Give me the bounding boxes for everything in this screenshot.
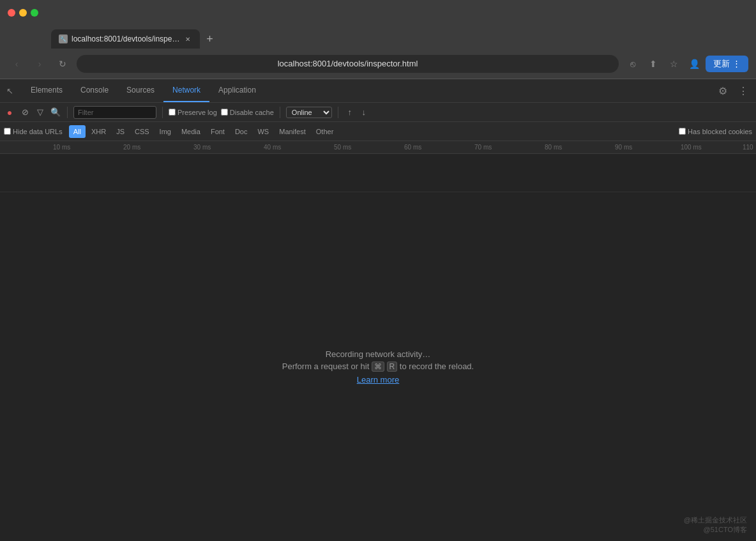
devtools-tabs: Elements Console Sources Network Applica… — [19, 79, 710, 102]
tab-console[interactable]: Console — [72, 79, 117, 102]
import-button[interactable]: ↓ — [358, 107, 370, 118]
update-button[interactable]: 更新 ⋮ — [706, 56, 748, 72]
ruler-tick-10ms: 10 ms — [53, 144, 70, 151]
ruler-tick-70ms: 70 ms — [474, 144, 492, 151]
filter-img[interactable]: Img — [155, 125, 176, 138]
filter-manifest[interactable]: Manifest — [275, 125, 310, 138]
filter-all[interactable]: All — [69, 125, 86, 138]
browser-toolbar-icons: ⎋ ⬆ ☆ 👤 更新 ⋮ — [624, 55, 748, 73]
search-button[interactable]: 🔍 — [50, 107, 61, 118]
ruler-tick-40ms: 40 ms — [264, 144, 281, 151]
forward-button[interactable]: › — [31, 55, 49, 73]
separator-3 — [280, 107, 280, 118]
ruler-tick-20ms: 20 ms — [123, 144, 140, 151]
record-button[interactable]: ● — [4, 107, 15, 118]
back-button[interactable]: ‹ — [8, 55, 26, 73]
share-icon[interactable]: ⬆ — [644, 55, 662, 73]
separator-2 — [162, 107, 163, 118]
devtools-toolbar: ● ⊘ ▽ 🔍 Preserve log Disable cache Onlin… — [0, 103, 756, 122]
devtools-pointer-icon[interactable]: ↖ — [3, 84, 17, 98]
tab-application[interactable]: Application — [209, 79, 265, 102]
recording-subtitle: Perform a request or hit ⌘ R to record t… — [282, 362, 474, 371]
traffic-lights — [8, 9, 38, 17]
tab-favicon: 🔧 — [59, 34, 68, 43]
r-key: R — [387, 362, 398, 372]
address-bar: ‹ › ↻ ⎋ ⬆ ☆ 👤 更新 ⋮ — [0, 49, 756, 79]
watermark-line1: @稀土掘金技术社区 — [684, 515, 747, 525]
block-requests-button[interactable]: ⊘ — [19, 107, 31, 118]
active-tab[interactable]: 🔧 localhost:8001/devtools/inspe… ✕ — [51, 29, 200, 49]
timeline-area — [0, 154, 756, 192]
tab-sources[interactable]: Sources — [117, 79, 163, 102]
ruler-tick-50ms: 50 ms — [334, 144, 351, 151]
bookmark-icon[interactable]: ☆ — [665, 55, 683, 73]
disable-cache-checkbox[interactable]: Disable cache — [221, 109, 274, 116]
devtools-settings-icon[interactable]: ⚙ — [714, 82, 732, 100]
filter-other[interactable]: Other — [312, 125, 338, 138]
preserve-log-checkbox[interactable]: Preserve log — [169, 109, 217, 116]
cast-icon[interactable]: ⎋ — [624, 55, 642, 73]
recording-message: Recording network activity… Perform a re… — [282, 349, 474, 385]
cmd-key: ⌘ — [372, 362, 384, 372]
import-export-buttons: ↑ ↓ — [344, 107, 370, 118]
hide-data-urls-checkbox[interactable]: Hide data URLs — [4, 128, 63, 135]
filter-input[interactable] — [73, 106, 156, 119]
address-input[interactable] — [77, 55, 619, 73]
recording-title: Recording network activity… — [282, 349, 474, 359]
subtitle-end: to record the reload. — [397, 362, 474, 371]
reload-button[interactable]: ↻ — [54, 55, 72, 73]
tab-title: localhost:8001/devtools/inspe… — [72, 34, 179, 43]
separator-4 — [338, 107, 338, 118]
separator-1 — [67, 107, 68, 118]
filter-media[interactable]: Media — [177, 125, 205, 138]
tab-network[interactable]: Network — [163, 79, 209, 102]
close-button[interactable] — [8, 9, 15, 17]
ruler-tick-30ms: 30 ms — [193, 144, 211, 151]
filter-js[interactable]: JS — [112, 125, 129, 138]
filter-xhr[interactable]: XHR — [87, 125, 110, 138]
ruler-tick-90ms: 90 ms — [615, 144, 632, 151]
filter-doc[interactable]: Doc — [231, 125, 252, 138]
watermark-line2: @51CTO博客 — [684, 525, 747, 535]
tab-elements[interactable]: Elements — [22, 79, 72, 102]
devtools-more-icon[interactable]: ⋮ — [734, 82, 752, 100]
learn-more-link[interactable]: Learn more — [282, 375, 474, 385]
watermark: @稀土掘金技术社区 @51CTO博客 — [684, 515, 747, 535]
has-blocked-cookies-checkbox[interactable]: Has blocked cookies — [679, 128, 752, 135]
ruler-tick-110ms: 110 — [743, 144, 753, 151]
filter-type-bar: Hide data URLs All XHR JS CSS Img Media … — [0, 122, 756, 141]
network-empty-state: Recording network activity… Perform a re… — [0, 192, 756, 541]
tab-close-button[interactable]: ✕ — [183, 34, 192, 43]
ruler-tick-60ms: 60 ms — [404, 144, 421, 151]
filter-button[interactable]: ▽ — [34, 107, 46, 118]
ruler-tick-100ms: 100 ms — [681, 144, 702, 151]
timeline-ruler: 10 ms 20 ms 30 ms 40 ms 50 ms 60 ms 70 m… — [0, 141, 756, 154]
new-tab-button[interactable]: + — [200, 29, 219, 49]
minimize-button[interactable] — [19, 9, 27, 17]
subtitle-text: Perform a request or hit — [282, 362, 372, 371]
tab-bar: 🔧 localhost:8001/devtools/inspe… ✕ + — [0, 26, 756, 49]
maximize-button[interactable] — [31, 9, 38, 17]
devtools-panel: ↖ Elements Console Sources Network Appli… — [0, 79, 756, 541]
throttle-select[interactable]: Online Fast 3G Slow 3G — [286, 107, 332, 118]
filter-css[interactable]: CSS — [130, 125, 154, 138]
export-button[interactable]: ↑ — [344, 107, 356, 118]
profile-icon[interactable]: 👤 — [685, 55, 703, 73]
ruler-tick-80ms: 80 ms — [545, 144, 562, 151]
filter-font[interactable]: Font — [206, 125, 229, 138]
filter-ws[interactable]: WS — [253, 125, 273, 138]
